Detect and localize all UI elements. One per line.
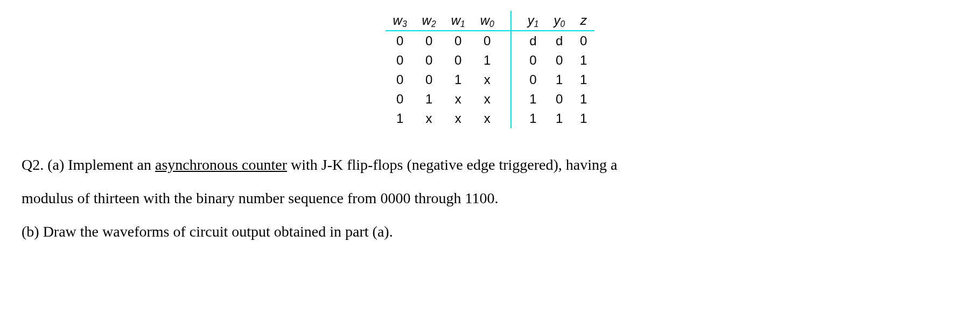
header-w0: w0 xyxy=(473,11,511,31)
truth-table-container: w3 w2 w1 w0 y1 y0 z 0 0 0 0 d d 0 0 0 xyxy=(11,11,969,128)
truth-table: w3 w2 w1 w0 y1 y0 z 0 0 0 0 d d 0 0 0 xyxy=(386,11,595,128)
cell: 0 xyxy=(386,70,415,89)
cell: 1 xyxy=(572,70,594,89)
cell: x xyxy=(444,109,473,128)
cell: 0 xyxy=(444,51,473,70)
cell: 1 xyxy=(572,109,594,128)
table-header-row: w3 w2 w1 w0 y1 y0 z xyxy=(386,11,595,31)
header-w2: w2 xyxy=(415,11,444,31)
question-2b: (b) Draw the waveforms of circuit output… xyxy=(22,217,958,247)
cell: 1 xyxy=(511,89,547,109)
cell: d xyxy=(511,31,547,51)
header-w3: w3 xyxy=(386,11,415,31)
cell: 0 xyxy=(386,51,415,70)
cell: 0 xyxy=(473,31,511,51)
cell: x xyxy=(444,89,473,109)
cell: 0 xyxy=(415,31,444,51)
header-w1: w1 xyxy=(444,11,473,31)
cell: 0 xyxy=(572,31,594,51)
cell: x xyxy=(473,70,511,89)
cell: 1 xyxy=(546,70,572,89)
question-text: Q2. (a) Implement an asynchronous counte… xyxy=(11,150,969,247)
cell: x xyxy=(473,109,511,128)
cell: 0 xyxy=(546,89,572,109)
cell: 0 xyxy=(546,51,572,70)
table-body: 0 0 0 0 d d 0 0 0 0 1 0 0 1 0 0 1 x xyxy=(386,31,595,128)
cell: 0 xyxy=(511,70,547,89)
header-y0: y0 xyxy=(546,11,572,31)
cell: 1 xyxy=(415,89,444,109)
cell: 0 xyxy=(386,31,415,51)
header-z: z xyxy=(572,11,594,31)
question-2a-line1: Q2. (a) Implement an asynchronous counte… xyxy=(22,150,958,180)
cell: 1 xyxy=(386,109,415,128)
cell: 1 xyxy=(444,70,473,89)
q2a-underlined: asynchronous counter xyxy=(155,156,287,173)
cell: 0 xyxy=(415,70,444,89)
table-row: 0 0 0 0 d d 0 xyxy=(386,31,595,51)
cell: 1 xyxy=(473,51,511,70)
table-row: 0 0 1 x 0 1 1 xyxy=(386,70,595,89)
cell: 0 xyxy=(415,51,444,70)
cell: 1 xyxy=(572,89,594,109)
cell: 0 xyxy=(511,51,547,70)
cell: 0 xyxy=(386,89,415,109)
cell: x xyxy=(473,89,511,109)
table-row: 0 1 x x 1 0 1 xyxy=(386,89,595,109)
cell: d xyxy=(546,31,572,51)
table-row: 0 0 0 1 0 0 1 xyxy=(386,51,595,70)
q2a-suffix: with J-K flip-flops (negative edge trigg… xyxy=(287,156,617,173)
cell: 1 xyxy=(546,109,572,128)
question-2a-line2: modulus of thirteen with the binary numb… xyxy=(22,183,958,213)
q2a-prefix: Q2. (a) Implement an xyxy=(22,156,155,173)
table-row: 1 x x x 1 1 1 xyxy=(386,109,595,128)
cell: x xyxy=(415,109,444,128)
header-y1: y1 xyxy=(511,11,547,31)
cell: 0 xyxy=(444,31,473,51)
cell: 1 xyxy=(572,51,594,70)
cell: 1 xyxy=(511,109,547,128)
